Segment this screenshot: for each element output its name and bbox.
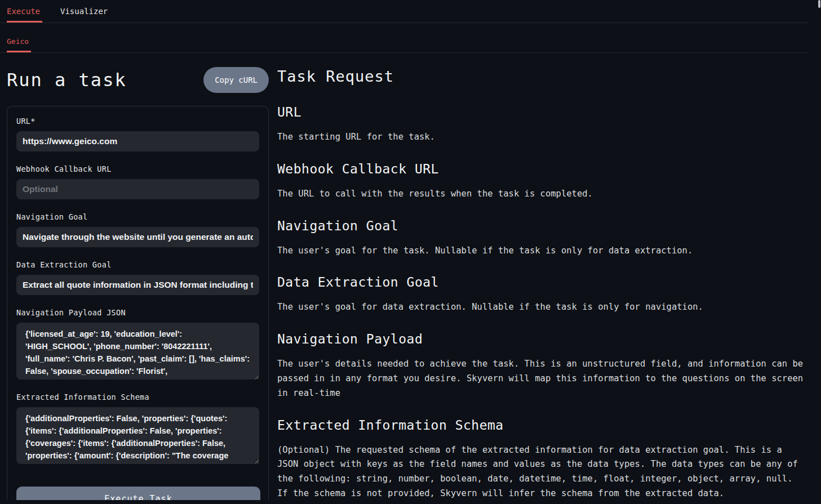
field-navigation-goal: Navigation Goal: [16, 212, 259, 247]
doc-section-webhook: Webhook Callback URL The URL to call wit…: [277, 162, 807, 202]
navigation-payload-label: Navigation Payload JSON: [16, 308, 259, 317]
page-title: Run a task: [7, 69, 127, 91]
doc-section-data-extraction-goal: Data Extraction Goal The user's goal for…: [277, 275, 807, 315]
data-extraction-goal-input[interactable]: [16, 275, 259, 295]
doc-heading-url: URL: [277, 105, 807, 119]
doc-body-url: The starting URL for the task.: [277, 130, 807, 145]
doc-body-webhook: The URL to call with the results when th…: [277, 187, 807, 202]
doc-body-navigation-payload: The user's details needed to achieve the…: [277, 357, 807, 400]
field-data-extraction-goal: Data Extraction Goal: [16, 260, 259, 295]
vertical-scrollbar-thumb[interactable]: [818, 0, 820, 8]
tab-geico[interactable]: Geico: [7, 37, 29, 52]
task-form-card: URL* Webhook Callback URL Navigation Goa…: [7, 106, 269, 500]
webhook-label: Webhook Callback URL: [16, 164, 259, 173]
page: Execute Visualizer Geico Run a task Copy…: [0, 0, 807, 504]
doc-body-data-extraction-goal: The user's goal for data extraction. Nul…: [277, 300, 807, 315]
execute-task-button[interactable]: Execute Task: [16, 487, 260, 500]
extracted-schema-label: Extracted Information Schema: [16, 393, 259, 402]
extracted-schema-textarea[interactable]: {'additionalProperties': False, 'propert…: [16, 407, 259, 464]
doc-section-navigation-payload: Navigation Payload The user's details ne…: [277, 332, 807, 400]
field-extracted-schema: Extracted Information Schema {'additiona…: [16, 393, 259, 464]
task-form-column: Run a task Copy cURL URL* Webhook Callba…: [7, 53, 269, 500]
doc-section-navigation-goal: Navigation Goal The user's goal for the …: [277, 218, 807, 258]
data-extraction-goal-label: Data Extraction Goal: [16, 260, 259, 269]
doc-heading-data-extraction-goal: Data Extraction Goal: [277, 275, 807, 289]
doc-section-url: URL The starting URL for the task.: [277, 105, 807, 145]
doc-section-extracted-schema: Extracted Information Schema (Optional) …: [277, 418, 807, 501]
copy-curl-button[interactable]: Copy cURL: [203, 67, 269, 93]
doc-heading-webhook: Webhook Callback URL: [277, 162, 807, 176]
navigation-goal-label: Navigation Goal: [16, 212, 259, 221]
navigation-payload-textarea[interactable]: {'licensed_at_age': 19, 'education_level…: [16, 323, 259, 380]
field-webhook: Webhook Callback URL: [16, 164, 259, 199]
doc-heading-navigation-goal: Navigation Goal: [277, 218, 807, 233]
webhook-input[interactable]: [16, 179, 259, 199]
tab-visualizer[interactable]: Visualizer: [60, 7, 108, 23]
docs-title: Task Request: [277, 68, 807, 85]
doc-heading-navigation-payload: Navigation Payload: [277, 332, 807, 346]
tab-execute[interactable]: Execute: [7, 7, 40, 23]
doc-body-navigation-goal: The user's goal for the task. Nullable i…: [277, 244, 807, 258]
url-input[interactable]: [16, 131, 259, 151]
field-url: URL*: [16, 117, 259, 151]
doc-heading-extracted-schema: Extracted Information Schema: [277, 418, 807, 432]
secondary-tabbar: Geico: [0, 23, 807, 53]
doc-body-extracted-schema: (Optional) The requested schema of the e…: [277, 443, 807, 501]
url-label: URL*: [16, 117, 259, 126]
primary-tabbar: Execute Visualizer: [0, 0, 807, 23]
navigation-goal-input[interactable]: [16, 227, 259, 247]
field-navigation-payload: Navigation Payload JSON {'licensed_at_ag…: [16, 308, 259, 380]
task-request-docs: Task Request URL The starting URL for th…: [277, 53, 807, 504]
